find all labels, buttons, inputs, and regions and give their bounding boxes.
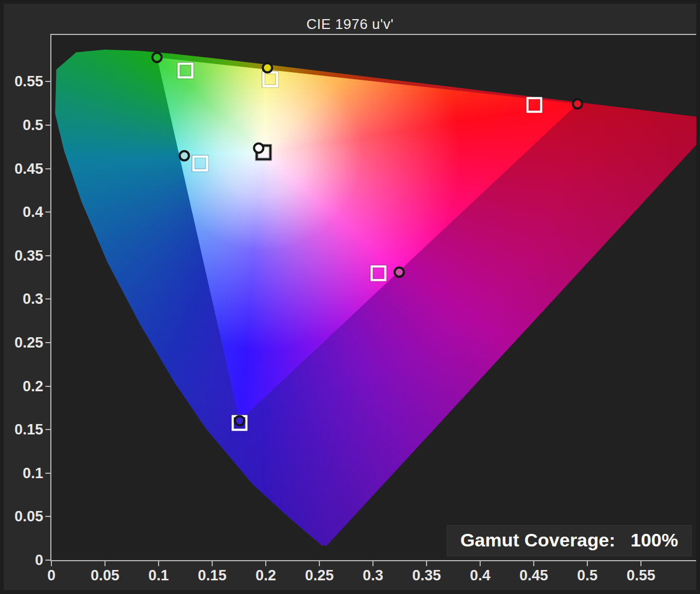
gamut-coverage-badge: Gamut Coverage: 100% bbox=[447, 525, 692, 556]
measured-marker-white bbox=[253, 142, 265, 154]
y-tick bbox=[45, 473, 50, 474]
y-tick-label: 0.3 bbox=[22, 291, 43, 308]
y-tick-label: 0.4 bbox=[22, 204, 43, 221]
measured-marker-magenta bbox=[394, 266, 405, 278]
y-axis-tick-labels: 00.050.10.150.20.250.30.350.40.450.50.55 bbox=[4, 35, 43, 560]
x-tick-label: 0.55 bbox=[627, 567, 656, 584]
x-tick-label: 0.5 bbox=[577, 567, 598, 584]
x-tick bbox=[104, 561, 106, 566]
x-tick bbox=[426, 561, 427, 566]
y-tick bbox=[45, 81, 50, 82]
y-tick-label: 0.05 bbox=[14, 508, 43, 525]
marker-layer bbox=[51, 35, 697, 560]
x-tick bbox=[158, 561, 159, 566]
x-tick-label: 0.05 bbox=[91, 567, 120, 584]
y-tick bbox=[45, 386, 50, 387]
measured-marker-green bbox=[151, 52, 163, 63]
target-marker-yellow bbox=[262, 71, 278, 87]
y-tick-label: 0.2 bbox=[22, 378, 43, 395]
y-tick-label: 0.15 bbox=[14, 421, 43, 438]
x-tick bbox=[372, 561, 374, 566]
x-tick-label: 0.3 bbox=[363, 567, 383, 584]
target-marker-red bbox=[527, 97, 542, 113]
x-tick-label: 0.35 bbox=[412, 567, 441, 584]
x-tick bbox=[587, 561, 588, 566]
y-tick-label: 0.35 bbox=[14, 247, 43, 264]
chart-window: CIE 1976 u'v' Gamut Coverage: 100% 00.05… bbox=[0, 0, 700, 594]
x-tick-label: 0.45 bbox=[520, 567, 549, 584]
measured-marker-blue bbox=[234, 415, 245, 427]
y-tick bbox=[45, 560, 50, 561]
gamut-coverage-value: 100% bbox=[631, 530, 678, 551]
x-tick bbox=[51, 561, 52, 566]
y-tick bbox=[45, 211, 50, 213]
y-tick bbox=[45, 255, 50, 256]
y-tick bbox=[45, 516, 50, 517]
gamut-coverage-label: Gamut Coverage: bbox=[460, 530, 615, 551]
y-tick bbox=[45, 429, 50, 430]
y-tick bbox=[45, 125, 50, 126]
measured-marker-red bbox=[572, 98, 584, 109]
y-tick-label: 0.55 bbox=[14, 73, 43, 90]
y-tick-label: 0.25 bbox=[14, 334, 43, 351]
x-tick-label: 0.15 bbox=[198, 567, 227, 584]
plot-area: Gamut Coverage: 100% bbox=[50, 34, 698, 561]
x-tick bbox=[480, 561, 481, 566]
chart-title: CIE 1976 u'v' bbox=[4, 16, 696, 33]
x-tick-label: 0.4 bbox=[470, 567, 491, 584]
target-marker-cyan bbox=[192, 156, 208, 172]
x-tick-label: 0 bbox=[47, 567, 55, 584]
x-tick bbox=[265, 561, 266, 566]
x-tick-label: 0.25 bbox=[305, 567, 334, 584]
measured-marker-yellow bbox=[261, 62, 273, 73]
x-tick bbox=[319, 561, 320, 566]
y-axis-ticks bbox=[45, 35, 50, 560]
y-tick bbox=[45, 342, 50, 343]
measured-marker-cyan bbox=[179, 150, 190, 162]
x-tick bbox=[640, 561, 641, 566]
y-tick-label: 0 bbox=[35, 552, 43, 569]
target-marker-green bbox=[177, 63, 193, 79]
x-axis-tick-labels: 00.050.10.150.20.250.30.350.40.450.50.55 bbox=[51, 567, 697, 586]
x-tick-label: 0.2 bbox=[255, 567, 276, 584]
x-axis-ticks bbox=[51, 561, 697, 566]
x-tick bbox=[533, 561, 534, 566]
y-tick bbox=[45, 298, 50, 299]
y-tick bbox=[45, 168, 50, 169]
target-marker-magenta bbox=[370, 265, 386, 281]
y-tick-label: 0.5 bbox=[22, 116, 43, 133]
x-tick bbox=[212, 561, 213, 566]
y-tick-label: 0.1 bbox=[22, 464, 43, 481]
y-tick-label: 0.45 bbox=[14, 160, 43, 177]
x-tick-label: 0.1 bbox=[148, 567, 169, 584]
